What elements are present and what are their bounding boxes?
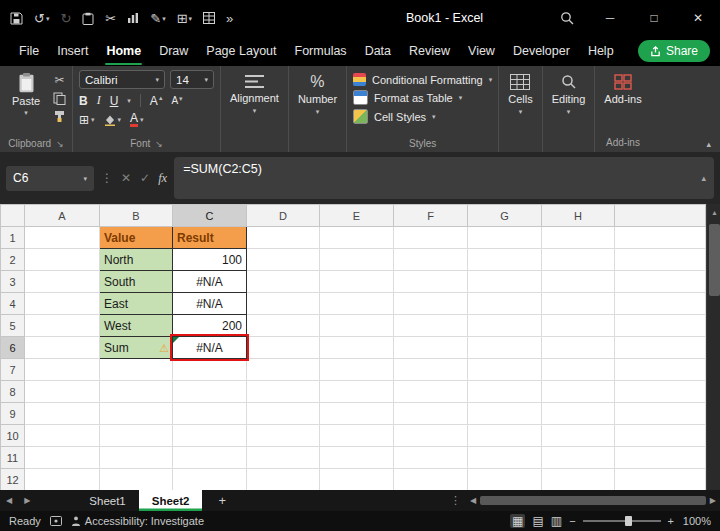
font-family-select[interactable]: Calibri▾ — [79, 70, 165, 89]
tab-developer[interactable]: Developer — [504, 36, 579, 66]
column-header-E[interactable]: E — [320, 205, 394, 227]
next-sheet-arrow[interactable]: ▶ — [18, 496, 36, 505]
cell-D8[interactable] — [247, 381, 320, 403]
borders-button[interactable]: ⊞▾ — [79, 113, 95, 127]
vertical-scroll-thumb[interactable] — [709, 224, 720, 296]
cell-D2[interactable] — [247, 249, 320, 271]
font-color-button[interactable]: A▾ — [130, 112, 144, 127]
cell-C1[interactable]: Result — [173, 227, 247, 249]
cell-B9[interactable] — [100, 403, 173, 425]
insert-function-button[interactable]: fx — [158, 171, 167, 186]
row-header-5[interactable]: 5 — [1, 315, 25, 337]
row-header-1[interactable]: 1 — [1, 227, 25, 249]
sheet-bar-menu[interactable]: ⋮ — [441, 494, 470, 507]
cell-extra-3[interactable] — [615, 271, 706, 293]
cell-F2[interactable] — [394, 249, 468, 271]
row-header-9[interactable]: 9 — [1, 403, 25, 425]
vertical-scrollbar[interactable]: ▲ — [706, 204, 720, 490]
cell-E6[interactable] — [320, 337, 394, 359]
horizontal-scroll-thumb[interactable] — [480, 496, 706, 505]
cell-F10[interactable] — [394, 425, 468, 447]
cell-C9[interactable] — [173, 403, 247, 425]
cell-extra-12[interactable] — [615, 469, 706, 491]
cell-D1[interactable] — [247, 227, 320, 249]
addins-group[interactable]: Add-ins Add-ins — [595, 66, 650, 152]
sheet-tab-sheet1[interactable]: Sheet1 — [76, 490, 138, 511]
cell-extra-10[interactable] — [615, 425, 706, 447]
cell-A5[interactable] — [25, 315, 100, 337]
cell-H6[interactable] — [542, 337, 615, 359]
error-warning-icon[interactable]: ⚠ — [159, 342, 169, 353]
cell-H5[interactable] — [542, 315, 615, 337]
tab-view[interactable]: View — [459, 36, 504, 66]
cell-A11[interactable] — [25, 447, 100, 469]
cell-C3[interactable]: #N/A — [173, 271, 247, 293]
cell-extra-4[interactable] — [615, 293, 706, 315]
search-button[interactable] — [560, 11, 574, 25]
cell-F11[interactable] — [394, 447, 468, 469]
formula-input[interactable]: =SUM(C2:C5) ▴ — [174, 157, 714, 199]
cell-extra-1[interactable] — [615, 227, 706, 249]
cell-H10[interactable] — [542, 425, 615, 447]
tab-insert[interactable]: Insert — [48, 36, 97, 66]
format-as-table-button[interactable]: Format as Table ▾ — [353, 90, 492, 105]
cell-E9[interactable] — [320, 403, 394, 425]
cell-G2[interactable] — [468, 249, 542, 271]
tab-review[interactable]: Review — [400, 36, 459, 66]
column-header-H[interactable]: H — [542, 205, 615, 227]
cell-A12[interactable] — [25, 469, 100, 491]
cell-E2[interactable] — [320, 249, 394, 271]
cell-B11[interactable] — [100, 447, 173, 469]
row-header-12[interactable]: 12 — [1, 469, 25, 491]
bold-button[interactable]: B — [79, 94, 88, 108]
tab-draw[interactable]: Draw — [150, 36, 197, 66]
editing-group[interactable]: Editing ▾ — [543, 66, 596, 152]
italic-button[interactable]: I — [97, 93, 101, 108]
cell-H11[interactable] — [542, 447, 615, 469]
cell-G11[interactable] — [468, 447, 542, 469]
cell-extra-5[interactable] — [615, 315, 706, 337]
cell-H1[interactable] — [542, 227, 615, 249]
tab-help[interactable]: Help — [579, 36, 623, 66]
cell-B4[interactable]: East — [100, 293, 173, 315]
table-button[interactable] — [203, 12, 215, 24]
column-header-D[interactable]: D — [247, 205, 320, 227]
cell-E8[interactable] — [320, 381, 394, 403]
column-header-G[interactable]: G — [468, 205, 542, 227]
cell-extra-6[interactable] — [615, 337, 706, 359]
cell-A9[interactable] — [25, 403, 100, 425]
conditional-formatting-button[interactable]: Conditional Formatting ▾ — [353, 73, 492, 86]
tab-file[interactable]: File — [10, 36, 48, 66]
fill-color-button[interactable]: ▾ — [104, 114, 122, 126]
decrease-font-button[interactable]: A▾ — [171, 95, 182, 106]
tab-home[interactable]: Home — [97, 36, 150, 66]
cell-H9[interactable] — [542, 403, 615, 425]
alignment-group[interactable]: Alignment ▾ — [221, 66, 289, 152]
paste-button[interactable]: Paste ▾ — [6, 70, 46, 123]
cell-E11[interactable] — [320, 447, 394, 469]
cell-C10[interactable] — [173, 425, 247, 447]
cell-G1[interactable] — [468, 227, 542, 249]
row-header-7[interactable]: 7 — [1, 359, 25, 381]
cell-D5[interactable] — [247, 315, 320, 337]
row-header-10[interactable]: 10 — [1, 425, 25, 447]
horizontal-scrollbar[interactable]: ◀ ▶ — [470, 490, 720, 511]
cut-button[interactable]: ✂ — [105, 11, 116, 26]
cell-H4[interactable] — [542, 293, 615, 315]
cell-C12[interactable] — [173, 469, 247, 491]
cell-F6[interactable] — [394, 337, 468, 359]
row-header-2[interactable]: 2 — [1, 249, 25, 271]
font-dialog-launcher[interactable]: ↘ — [155, 139, 163, 149]
cell-A6[interactable] — [25, 337, 100, 359]
cell-F8[interactable] — [394, 381, 468, 403]
zoom-in-button[interactable]: + — [668, 515, 674, 527]
maximize-button[interactable]: □ — [632, 0, 676, 36]
zoom-out-button[interactable]: − — [569, 515, 575, 527]
cell-extra-8[interactable] — [615, 381, 706, 403]
column-header-extra[interactable] — [615, 205, 706, 227]
cell-E12[interactable] — [320, 469, 394, 491]
cell-B8[interactable] — [100, 381, 173, 403]
normal-view-button[interactable]: ▦ — [510, 514, 525, 528]
cell-E1[interactable] — [320, 227, 394, 249]
cell-B2[interactable]: North — [100, 249, 173, 271]
